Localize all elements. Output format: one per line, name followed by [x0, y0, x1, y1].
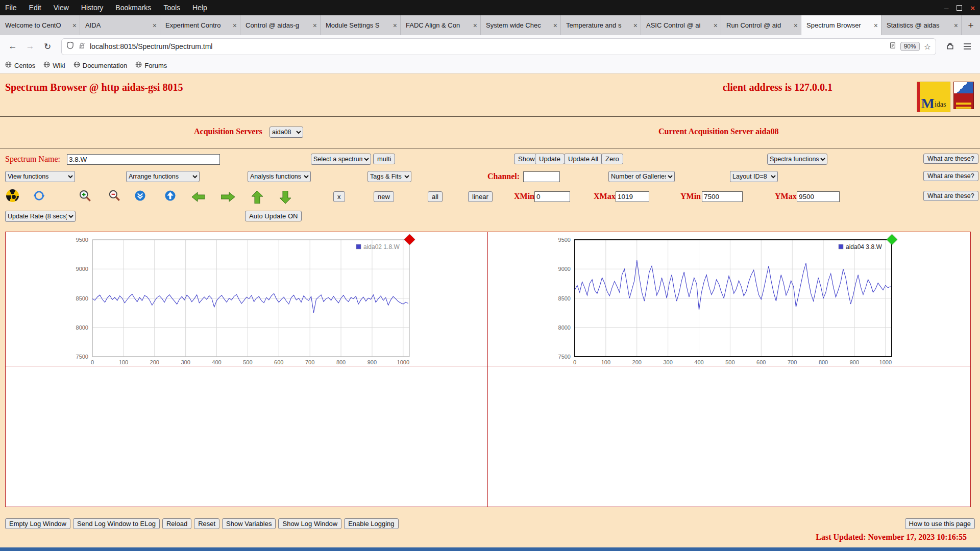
scroll-up-icon[interactable] — [252, 191, 263, 204]
spectrum-name-input[interactable] — [67, 154, 220, 165]
browser-tab[interactable]: Welcome to CentO× — [0, 15, 80, 35]
browser-tab[interactable]: ASIC Control @ ai× — [641, 15, 721, 35]
footer-button[interactable]: Reset — [194, 518, 219, 529]
arrange-functions-select[interactable]: Arrange functions — [126, 171, 200, 182]
menu-item-bookmarks[interactable]: Bookmarks — [115, 4, 151, 12]
spectra-functions-select[interactable]: Spectra functions — [767, 154, 827, 165]
refresh-icon[interactable] — [33, 189, 45, 202]
browser-tab[interactable]: AIDA× — [80, 15, 160, 35]
menu-item-history[interactable]: History — [81, 4, 104, 12]
footer-button[interactable]: Show Log Window — [278, 518, 341, 529]
minimize-button[interactable]: – — [944, 4, 948, 12]
new-button[interactable]: new — [374, 191, 394, 202]
browser-tab[interactable]: FADC Align & Con× — [401, 15, 481, 35]
how-to-use-button[interactable]: How to use this page — [905, 518, 975, 529]
tab-close-icon[interactable]: × — [233, 22, 237, 29]
insecure-lock-icon[interactable] — [78, 42, 86, 52]
menu-item-edit[interactable]: Edit — [29, 4, 41, 12]
collapse-y-icon[interactable] — [134, 190, 146, 202]
back-button[interactable]: ← — [5, 39, 20, 54]
browser-tab[interactable]: Spectrum Browser× — [801, 15, 881, 35]
browser-tab[interactable]: System wide Chec× — [481, 15, 561, 35]
tab-close-icon[interactable]: × — [633, 22, 638, 29]
x-button[interactable]: x — [333, 191, 345, 202]
xmax-input[interactable] — [616, 191, 649, 202]
footer-button[interactable]: Reload — [162, 518, 191, 529]
browser-tab[interactable]: Statistics @ aidas× — [881, 15, 962, 35]
app-menu-icon[interactable] — [960, 39, 975, 54]
menu-item-file[interactable]: File — [5, 4, 17, 12]
xmin-input[interactable] — [534, 191, 570, 202]
galleries-select[interactable]: Number of Galleries — [608, 171, 675, 182]
all-button[interactable]: all — [428, 191, 443, 202]
analysis-functions-select[interactable]: Analysis functions — [248, 171, 311, 182]
browser-tab[interactable]: Run Control @ aid× — [721, 15, 801, 35]
tags-fits-select[interactable]: Tags & Fits — [368, 171, 411, 182]
bookmark-item-forums[interactable]: Forums — [135, 61, 167, 69]
tab-close-icon[interactable]: × — [473, 22, 477, 29]
bookmark-item-centos[interactable]: Centos — [5, 61, 35, 69]
scroll-left-icon[interactable] — [192, 192, 205, 202]
footer-button[interactable]: Empty Log Window — [5, 518, 70, 529]
what-are-these-button[interactable]: What are these? — [923, 171, 978, 181]
maximize-button[interactable] — [957, 5, 962, 11]
spectrum-select[interactable]: Select a spectrum — [311, 154, 371, 165]
address-bar[interactable]: localhost:8015/Spectrum/Spectrum.tml 90%… — [61, 38, 936, 55]
tab-close-icon[interactable]: × — [874, 22, 878, 29]
radiation-icon[interactable] — [6, 189, 19, 202]
expand-y-icon[interactable] — [164, 190, 176, 202]
browser-tab[interactable]: Temperature and s× — [561, 15, 641, 35]
tab-close-icon[interactable]: × — [393, 22, 397, 29]
forward-button[interactable]: → — [22, 39, 38, 54]
reload-button[interactable]: ↻ — [40, 39, 55, 54]
bookmark-item-documentation[interactable]: Documentation — [74, 61, 127, 69]
update-all-button[interactable]: Update All — [564, 154, 602, 164]
footer-button[interactable]: Enable Logging — [344, 518, 398, 529]
bookmark-item-wiki[interactable]: Wiki — [43, 61, 65, 69]
browser-tab[interactable]: Control @ aidas-g× — [240, 15, 321, 35]
zero-button[interactable]: Zero — [601, 154, 623, 164]
what-are-these-button[interactable]: What are these? — [923, 191, 978, 201]
tab-close-icon[interactable]: × — [954, 22, 958, 29]
update-button[interactable]: Update — [535, 154, 565, 164]
new-tab-button[interactable]: + — [962, 15, 980, 35]
zoom-level-chip[interactable]: 90% — [900, 42, 920, 51]
view-functions-select[interactable]: View functions — [5, 171, 75, 182]
what-are-these-button[interactable]: What are these? — [923, 154, 978, 164]
tab-close-icon[interactable]: × — [153, 22, 157, 29]
tab-close-icon[interactable]: × — [72, 22, 77, 29]
ymax-input[interactable] — [797, 191, 840, 202]
menu-item-tools[interactable]: Tools — [163, 4, 180, 12]
multi-button[interactable]: multi — [373, 154, 395, 164]
close-button[interactable]: × — [970, 4, 975, 12]
tab-close-icon[interactable]: × — [553, 22, 557, 29]
update-rate-select[interactable]: Update Rate (8 secs) — [5, 211, 76, 222]
zoom-out-icon[interactable] — [108, 189, 121, 202]
bookmark-star-icon[interactable]: ☆ — [924, 42, 931, 52]
browser-tab[interactable]: Experiment Contro× — [160, 15, 240, 35]
linear-button[interactable]: linear — [468, 191, 493, 202]
reader-mode-icon[interactable] — [889, 42, 896, 51]
tab-close-icon[interactable]: × — [313, 22, 317, 29]
menu-item-view[interactable]: View — [54, 4, 69, 12]
channel-input[interactable] — [523, 171, 560, 182]
tracking-shield-icon[interactable] — [66, 41, 74, 52]
footer-button[interactable]: Show Variables — [222, 518, 276, 529]
extensions-icon[interactable] — [942, 39, 958, 54]
zoom-in-icon[interactable] — [78, 189, 92, 203]
ymin-input[interactable] — [702, 191, 743, 202]
svg-text:0: 0 — [573, 359, 576, 365]
tab-close-icon[interactable]: × — [714, 22, 718, 29]
acquisition-server-select[interactable]: aida08 — [270, 127, 303, 138]
tab-close-icon[interactable]: × — [794, 22, 798, 29]
browser-tab[interactable]: Module Settings S× — [321, 15, 401, 35]
svg-text:900: 900 — [850, 359, 859, 365]
svg-text:9500: 9500 — [558, 237, 571, 243]
auto-update-button[interactable]: Auto Update ON — [245, 211, 302, 221]
layout-select[interactable]: Layout ID=8 — [730, 171, 778, 182]
menu-item-help[interactable]: Help — [192, 4, 207, 12]
scroll-down-icon[interactable] — [280, 191, 291, 204]
url-text[interactable]: localhost:8015/Spectrum/Spectrum.tml — [90, 42, 885, 51]
scroll-right-icon[interactable] — [221, 192, 235, 202]
footer-button[interactable]: Send Log Window to ELog — [73, 518, 160, 529]
